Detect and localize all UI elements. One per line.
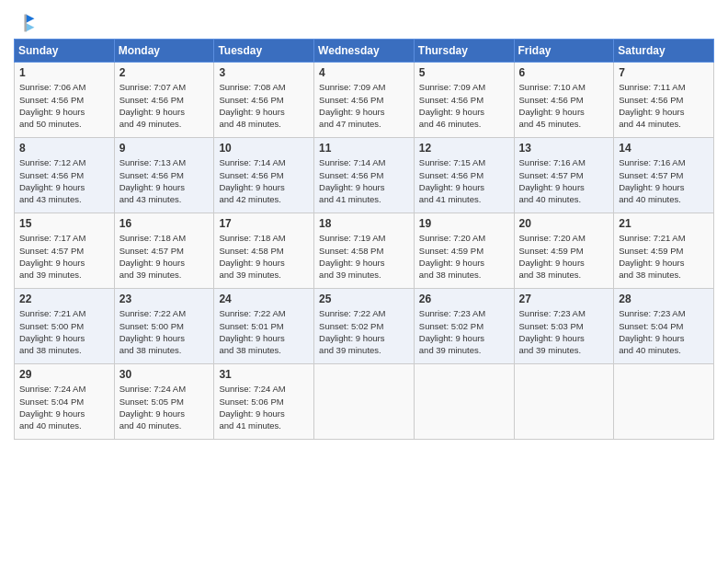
calendar-cell: 21Sunrise: 7:21 AM Sunset: 4:59 PM Dayli… <box>614 213 714 289</box>
day-number: 10 <box>219 142 309 155</box>
day-info: Sunrise: 7:08 AM Sunset: 4:56 PM Dayligh… <box>219 81 309 130</box>
day-number: 6 <box>519 66 609 79</box>
calendar-cell: 24Sunrise: 7:22 AM Sunset: 5:01 PM Dayli… <box>214 289 314 364</box>
calendar-week-2: 8Sunrise: 7:12 AM Sunset: 4:56 PM Daylig… <box>15 138 714 213</box>
main-container: SundayMondayTuesdayWednesdayThursdayFrid… <box>0 0 728 449</box>
day-info: Sunrise: 7:24 AM Sunset: 5:06 PM Dayligh… <box>219 383 309 431</box>
calendar-cell: 25Sunrise: 7:22 AM Sunset: 5:02 PM Dayli… <box>314 289 415 364</box>
day-number: 11 <box>319 142 409 155</box>
day-number: 9 <box>119 142 210 155</box>
day-number: 23 <box>119 293 210 305</box>
day-number: 20 <box>519 217 609 230</box>
logo <box>14 13 34 33</box>
calendar-cell: 13Sunrise: 7:16 AM Sunset: 4:57 PM Dayli… <box>514 138 614 213</box>
calendar-cell: 20Sunrise: 7:20 AM Sunset: 4:59 PM Dayli… <box>514 213 614 289</box>
day-info: Sunrise: 7:20 AM Sunset: 4:59 PM Dayligh… <box>519 232 609 281</box>
calendar-cell: 12Sunrise: 7:15 AM Sunset: 4:56 PM Dayli… <box>414 138 514 213</box>
day-info: Sunrise: 7:21 AM Sunset: 4:59 PM Dayligh… <box>619 232 709 281</box>
calendar-week-3: 15Sunrise: 7:17 AM Sunset: 4:57 PM Dayli… <box>15 213 714 289</box>
day-number: 15 <box>19 217 109 230</box>
day-number: 24 <box>219 293 309 305</box>
day-number: 21 <box>619 217 709 230</box>
calendar-cell: 5Sunrise: 7:09 AM Sunset: 4:56 PM Daylig… <box>414 63 514 138</box>
logo-text <box>14 13 36 33</box>
calendar-cell: 4Sunrise: 7:09 AM Sunset: 4:56 PM Daylig… <box>314 63 415 138</box>
day-number: 3 <box>219 66 309 79</box>
calendar-cell: 28Sunrise: 7:23 AM Sunset: 5:04 PM Dayli… <box>614 289 714 364</box>
calendar-cell: 3Sunrise: 7:08 AM Sunset: 4:56 PM Daylig… <box>214 63 314 138</box>
day-number: 7 <box>619 66 709 79</box>
day-number: 1 <box>19 66 109 79</box>
weekday-header-sunday: Sunday <box>15 40 115 63</box>
calendar-cell: 9Sunrise: 7:13 AM Sunset: 4:56 PM Daylig… <box>114 138 214 213</box>
day-info: Sunrise: 7:22 AM Sunset: 5:02 PM Dayligh… <box>319 307 409 356</box>
calendar-week-1: 1Sunrise: 7:06 AM Sunset: 4:56 PM Daylig… <box>15 63 714 138</box>
svg-rect-2 <box>24 15 26 32</box>
calendar-cell: 1Sunrise: 7:06 AM Sunset: 4:56 PM Daylig… <box>15 63 115 138</box>
day-info: Sunrise: 7:10 AM Sunset: 4:56 PM Dayligh… <box>519 81 609 130</box>
header <box>14 9 714 33</box>
day-number: 19 <box>419 217 509 230</box>
calendar-cell <box>614 364 714 440</box>
calendar-week-5: 29Sunrise: 7:24 AM Sunset: 5:04 PM Dayli… <box>15 364 714 440</box>
day-number: 26 <box>419 293 509 305</box>
calendar-cell: 15Sunrise: 7:17 AM Sunset: 4:57 PM Dayli… <box>15 213 115 289</box>
weekday-header-tuesday: Tuesday <box>214 40 314 63</box>
calendar-cell: 8Sunrise: 7:12 AM Sunset: 4:56 PM Daylig… <box>15 138 115 213</box>
weekday-header-monday: Monday <box>114 40 214 63</box>
day-info: Sunrise: 7:22 AM Sunset: 5:00 PM Dayligh… <box>119 307 210 356</box>
day-number: 17 <box>219 217 309 230</box>
svg-marker-1 <box>26 23 34 31</box>
calendar-cell: 27Sunrise: 7:23 AM Sunset: 5:03 PM Dayli… <box>514 289 614 364</box>
day-info: Sunrise: 7:14 AM Sunset: 4:56 PM Dayligh… <box>319 156 409 205</box>
day-info: Sunrise: 7:19 AM Sunset: 4:58 PM Dayligh… <box>319 232 409 281</box>
day-number: 18 <box>319 217 409 230</box>
day-number: 4 <box>319 66 409 79</box>
calendar-cell: 14Sunrise: 7:16 AM Sunset: 4:57 PM Dayli… <box>614 138 714 213</box>
day-number: 5 <box>419 66 509 79</box>
day-info: Sunrise: 7:13 AM Sunset: 4:56 PM Dayligh… <box>119 156 210 205</box>
calendar-cell: 6Sunrise: 7:10 AM Sunset: 4:56 PM Daylig… <box>514 63 614 138</box>
day-info: Sunrise: 7:23 AM Sunset: 5:02 PM Dayligh… <box>419 307 509 356</box>
day-number: 25 <box>319 293 409 305</box>
calendar-table: SundayMondayTuesdayWednesdayThursdayFrid… <box>14 39 714 440</box>
day-info: Sunrise: 7:21 AM Sunset: 5:00 PM Dayligh… <box>19 307 109 356</box>
calendar-header: SundayMondayTuesdayWednesdayThursdayFrid… <box>15 40 714 63</box>
day-info: Sunrise: 7:12 AM Sunset: 4:56 PM Dayligh… <box>19 156 109 205</box>
calendar-cell: 19Sunrise: 7:20 AM Sunset: 4:59 PM Dayli… <box>414 213 514 289</box>
day-info: Sunrise: 7:07 AM Sunset: 4:56 PM Dayligh… <box>119 81 210 130</box>
day-info: Sunrise: 7:24 AM Sunset: 5:04 PM Dayligh… <box>19 383 109 431</box>
calendar-cell: 2Sunrise: 7:07 AM Sunset: 4:56 PM Daylig… <box>114 63 214 138</box>
calendar-cell: 30Sunrise: 7:24 AM Sunset: 5:05 PM Dayli… <box>114 364 214 440</box>
calendar-cell: 23Sunrise: 7:22 AM Sunset: 5:00 PM Dayli… <box>114 289 214 364</box>
calendar-week-4: 22Sunrise: 7:21 AM Sunset: 5:00 PM Dayli… <box>15 289 714 364</box>
day-info: Sunrise: 7:09 AM Sunset: 4:56 PM Dayligh… <box>319 81 409 130</box>
day-info: Sunrise: 7:06 AM Sunset: 4:56 PM Dayligh… <box>19 81 109 130</box>
weekday-header-wednesday: Wednesday <box>314 40 415 63</box>
calendar-cell: 22Sunrise: 7:21 AM Sunset: 5:00 PM Dayli… <box>15 289 115 364</box>
day-number: 12 <box>419 142 509 155</box>
day-number: 28 <box>619 293 709 305</box>
weekday-header-saturday: Saturday <box>614 40 714 63</box>
calendar-cell: 26Sunrise: 7:23 AM Sunset: 5:02 PM Dayli… <box>414 289 514 364</box>
day-number: 31 <box>219 368 309 381</box>
calendar-body: 1Sunrise: 7:06 AM Sunset: 4:56 PM Daylig… <box>15 63 714 440</box>
calendar-cell: 31Sunrise: 7:24 AM Sunset: 5:06 PM Dayli… <box>214 364 314 440</box>
day-info: Sunrise: 7:23 AM Sunset: 5:03 PM Dayligh… <box>519 307 609 356</box>
day-number: 29 <box>19 368 109 381</box>
calendar-cell: 18Sunrise: 7:19 AM Sunset: 4:58 PM Dayli… <box>314 213 415 289</box>
day-info: Sunrise: 7:09 AM Sunset: 4:56 PM Dayligh… <box>419 81 509 130</box>
day-number: 2 <box>119 66 210 79</box>
day-info: Sunrise: 7:16 AM Sunset: 4:57 PM Dayligh… <box>519 156 609 205</box>
day-number: 8 <box>19 142 109 155</box>
day-info: Sunrise: 7:24 AM Sunset: 5:05 PM Dayligh… <box>119 383 210 431</box>
day-info: Sunrise: 7:22 AM Sunset: 5:01 PM Dayligh… <box>219 307 309 356</box>
weekday-header-friday: Friday <box>514 40 614 63</box>
day-info: Sunrise: 7:20 AM Sunset: 4:59 PM Dayligh… <box>419 232 509 281</box>
day-info: Sunrise: 7:16 AM Sunset: 4:57 PM Dayligh… <box>619 156 709 205</box>
day-info: Sunrise: 7:11 AM Sunset: 4:56 PM Dayligh… <box>619 81 709 130</box>
calendar-cell <box>514 364 614 440</box>
day-info: Sunrise: 7:18 AM Sunset: 4:58 PM Dayligh… <box>219 232 309 281</box>
calendar-cell: 7Sunrise: 7:11 AM Sunset: 4:56 PM Daylig… <box>614 63 714 138</box>
day-number: 13 <box>519 142 609 155</box>
